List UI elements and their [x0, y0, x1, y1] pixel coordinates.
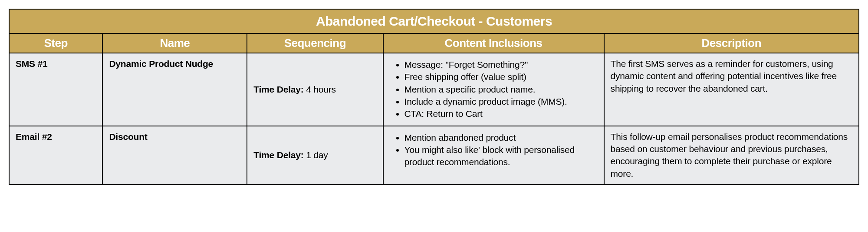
list-item: Free shipping offer (value split) — [404, 71, 598, 83]
col-header-sequencing: Sequencing — [247, 33, 383, 53]
sequencing-label: Time Delay: — [253, 84, 303, 94]
sequencing-label: Time Delay: — [253, 150, 303, 160]
cell-sequencing: Time Delay: 4 hours — [247, 53, 383, 126]
cell-step: Email #2 — [9, 126, 102, 185]
list-item: Include a dynamic product image (MMS). — [404, 96, 598, 108]
cell-description: This follow-up email personalises produc… — [604, 126, 859, 185]
list-item: Message: "Forget Something?" — [404, 59, 598, 71]
cell-content: Message: "Forget Something?" Free shippi… — [383, 53, 604, 126]
table-title: Abandoned Cart/Checkout - Customers — [9, 9, 859, 33]
list-item: Mention a specific product name. — [404, 83, 598, 96]
table-row: Email #2 Discount Time Delay: 1 day Ment… — [9, 126, 859, 185]
col-header-name: Name — [102, 33, 247, 53]
cell-sequencing: Time Delay: 1 day — [247, 126, 383, 185]
sequencing-value: 1 day — [306, 150, 328, 160]
content-list: Message: "Forget Something?" Free shippi… — [390, 59, 598, 120]
content-list: Mention abandoned product You might also… — [390, 132, 598, 169]
list-item: CTA: Return to Cart — [404, 108, 598, 120]
campaign-table: Abandoned Cart/Checkout - Customers Step… — [9, 9, 859, 185]
table-title-row: Abandoned Cart/Checkout - Customers — [9, 9, 859, 33]
cell-step: SMS #1 — [9, 53, 102, 126]
col-header-content: Content Inclusions — [383, 33, 604, 53]
cell-content: Mention abandoned product You might also… — [383, 126, 604, 185]
cell-name: Dynamic Product Nudge — [102, 53, 247, 126]
list-item: You might also like' block with personal… — [404, 144, 598, 169]
col-header-description: Description — [604, 33, 859, 53]
cell-name: Discount — [102, 126, 247, 185]
sequencing-value: 4 hours — [306, 84, 336, 94]
col-header-step: Step — [9, 33, 102, 53]
table-header-row: Step Name Sequencing Content Inclusions … — [9, 33, 859, 53]
table-body: SMS #1 Dynamic Product Nudge Time Delay:… — [9, 53, 859, 185]
list-item: Mention abandoned product — [404, 132, 598, 144]
table-row: SMS #1 Dynamic Product Nudge Time Delay:… — [9, 53, 859, 126]
cell-description: The first SMS serves as a reminder for c… — [604, 53, 859, 126]
